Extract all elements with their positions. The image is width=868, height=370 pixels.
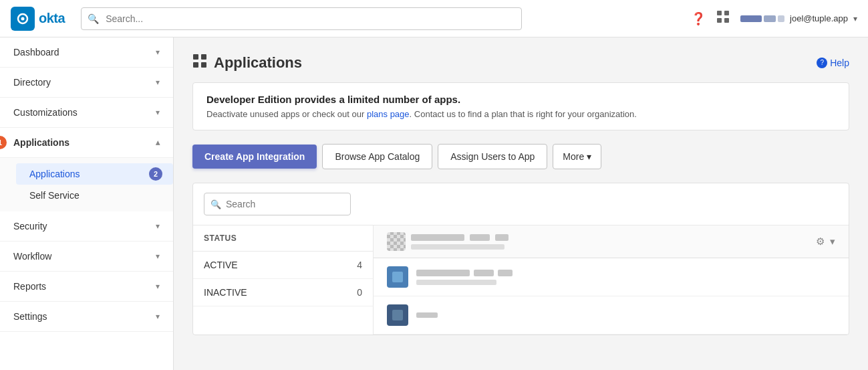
sidebar-label-dashboard: Dashboard <box>13 47 59 58</box>
status-header: STATUS <box>193 225 373 252</box>
okta-logo-icon <box>11 7 35 31</box>
chevron-down-icon: ▾ <box>156 312 160 321</box>
info-banner: Developer Edition provides a limited num… <box>192 82 849 130</box>
sidebar-label-reports: Reports <box>13 281 46 292</box>
chevron-down-table-icon[interactable]: ▾ <box>830 236 835 248</box>
chevron-down-icon: ▾ <box>156 108 160 117</box>
user-menu-chevron-icon: ▾ <box>853 14 857 23</box>
app-header-sub-bar <box>411 244 504 250</box>
help-question-icon: ? <box>817 58 827 68</box>
sidebar: Dashboard ▾ Directory ▾ Customizations ▾… <box>0 37 174 370</box>
app-header-name-bar <box>411 234 464 241</box>
svg-rect-6 <box>193 54 198 60</box>
more-arrow-icon: ▾ <box>587 151 591 162</box>
top-navigation: okta 🔍 ❓ joel@tuple.app ▾ <box>0 0 868 37</box>
help-link[interactable]: ? Help <box>817 58 849 68</box>
app-logo-placeholder <box>387 232 406 251</box>
app-header-info <box>411 234 808 250</box>
apps-grid-icon[interactable] <box>716 10 730 27</box>
sidebar-sub-label-applications: Applications <box>29 169 80 179</box>
applications-grid-icon <box>192 54 207 72</box>
svg-rect-7 <box>201 54 206 60</box>
sidebar-item-security[interactable]: Security ▾ <box>0 211 173 242</box>
sidebar-label-applications: Applications <box>13 137 69 148</box>
sidebar-item-settings[interactable]: Settings ▾ <box>0 302 173 332</box>
banner-heading: Developer Edition provides a limited num… <box>206 94 835 105</box>
status-panel: STATUS ACTIVE 4 INACTIVE 0 <box>193 225 849 335</box>
banner-text: Deactivate unused apps or check out our … <box>206 109 835 119</box>
sidebar-sub-item-applications[interactable]: 2 Applications <box>16 163 173 185</box>
app-row-actions: ⚙ ▾ <box>816 236 835 248</box>
app-tag-bar <box>474 270 494 276</box>
page-title: Applications <box>214 54 302 72</box>
inactive-label: INACTIVE <box>204 287 247 298</box>
app-info-2 <box>416 312 835 318</box>
main-content: Applications ? Help Developer Edition pr… <box>174 37 868 370</box>
sidebar-item-directory[interactable]: Directory ▾ <box>0 68 173 98</box>
browse-app-catalog-button[interactable]: Browse App Catalog <box>322 144 432 169</box>
sidebar-label-settings: Settings <box>13 311 47 322</box>
chevron-down-icon: ▾ <box>156 282 160 291</box>
page-header: Applications ? Help <box>192 54 849 72</box>
gear-icon[interactable]: ⚙ <box>816 236 825 248</box>
search-input[interactable] <box>81 7 522 30</box>
badge-1: 1 <box>0 136 7 149</box>
sidebar-label-directory: Directory <box>13 77 51 88</box>
page-title-wrap: Applications <box>192 54 302 72</box>
okta-wordmark: okta <box>39 11 65 26</box>
status-row-active[interactable]: ACTIVE 4 <box>193 252 373 279</box>
status-row-inactive[interactable]: INACTIVE 0 <box>193 279 373 306</box>
badge-2: 2 <box>149 167 162 181</box>
active-label: ACTIVE <box>204 260 238 270</box>
apps-list-header: ⚙ ▾ <box>374 225 849 258</box>
main-layout: Dashboard ▾ Directory ▾ Customizations ▾… <box>0 37 868 370</box>
user-menu[interactable]: joel@tuple.app ▾ <box>740 13 857 23</box>
svg-rect-3 <box>724 11 729 15</box>
inactive-count: 0 <box>357 287 362 298</box>
app-name-bar-2 <box>416 312 438 318</box>
sidebar-item-reports[interactable]: Reports ▾ <box>0 272 173 302</box>
sidebar-sub-item-self-service[interactable]: Self Service <box>16 185 173 206</box>
sidebar-item-customizations[interactable]: Customizations ▾ <box>0 98 173 128</box>
apps-list: ⚙ ▾ <box>374 225 849 335</box>
app-logo-inner <box>392 272 403 282</box>
sidebar-sub-label-self-service: Self Service <box>29 190 80 201</box>
apps-search-input[interactable] <box>204 193 351 215</box>
svg-point-1 <box>21 17 25 20</box>
banner-text-1: Deactivate unused apps or check out our <box>206 109 367 119</box>
help-circle-icon[interactable]: ❓ <box>691 11 706 26</box>
plans-page-link[interactable]: plans page <box>367 109 410 119</box>
sidebar-label-customizations: Customizations <box>13 107 78 118</box>
app-list-item[interactable] <box>374 258 849 296</box>
sidebar-item-dashboard[interactable]: Dashboard ▾ <box>0 37 173 68</box>
apps-search-icon: 🔍 <box>210 199 221 209</box>
create-app-integration-button[interactable]: Create App Integration <box>192 145 317 169</box>
app-list-item[interactable] <box>374 296 849 335</box>
svg-rect-9 <box>201 62 206 68</box>
app-sub-bar <box>416 280 496 285</box>
apps-content: 🔍 STATUS ACTIVE 4 INACTIVE 0 <box>192 183 849 335</box>
assign-users-to-app-button[interactable]: Assign Users to App <box>438 144 547 169</box>
app-name-bar <box>416 270 470 276</box>
sidebar-item-applications[interactable]: 1 Applications ▴ <box>0 128 173 158</box>
more-button[interactable]: More ▾ <box>553 144 601 169</box>
banner-text-2: . Contact us to find a plan that is righ… <box>410 109 637 119</box>
svg-rect-8 <box>193 62 198 68</box>
svg-rect-5 <box>724 18 729 23</box>
help-label: Help <box>830 58 849 68</box>
svg-rect-2 <box>717 11 722 15</box>
apps-search-wrap: 🔍 <box>204 193 351 215</box>
search-icon: 🔍 <box>88 13 99 24</box>
sidebar-label-security: Security <box>13 221 47 232</box>
app-logo-2 <box>387 304 408 326</box>
chevron-down-icon: ▾ <box>156 252 160 261</box>
chevron-down-icon: ▾ <box>156 78 160 87</box>
app-header-bar2 <box>470 234 490 241</box>
okta-logo[interactable]: okta <box>11 7 65 31</box>
active-count: 4 <box>357 260 362 270</box>
topnav-right: ❓ joel@tuple.app ▾ <box>691 10 857 27</box>
app-header-bar3 <box>495 234 509 241</box>
user-avatar <box>740 15 784 22</box>
search-bar: 🔍 <box>81 7 522 30</box>
sidebar-item-workflow[interactable]: Workflow ▾ <box>0 242 173 272</box>
